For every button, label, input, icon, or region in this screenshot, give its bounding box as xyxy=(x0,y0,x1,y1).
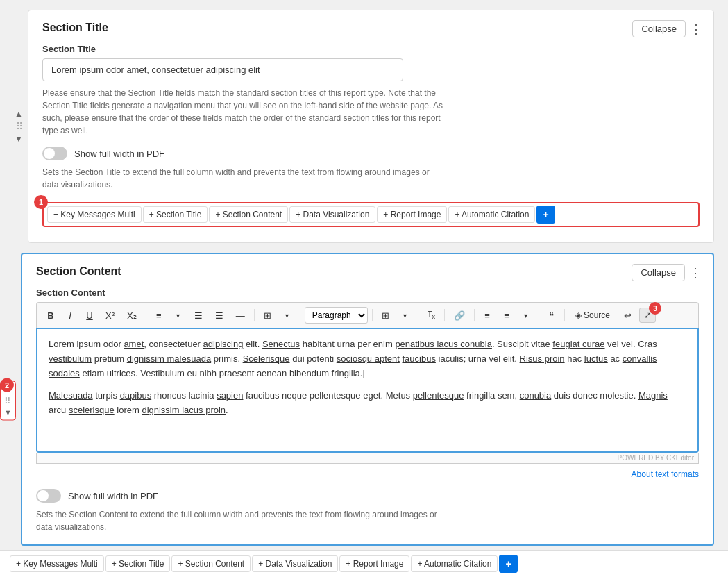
bottom-add-automatic-citation-btn[interactable]: + Automatic Citation xyxy=(411,555,498,572)
toolbar-format-down-btn[interactable]: ▾ xyxy=(397,309,414,322)
toolbar-sep-7 xyxy=(474,309,475,321)
section-title-heading: Section Title xyxy=(42,22,700,34)
toolbar-align-down-btn[interactable]: ▾ xyxy=(170,309,187,322)
content-paragraph-1: Lorem ipsum odor amet, consectetuer adip… xyxy=(49,337,686,381)
toolbar-link-btn[interactable]: 🔗 xyxy=(449,308,470,324)
drag-handle-icon[interactable]: ⠿ xyxy=(16,121,22,132)
ck-editor-badge: POWERED BY CKEditor xyxy=(36,453,699,464)
toolbar-bullets-btn[interactable]: ≡ xyxy=(479,308,496,324)
toolbar-sep-9 xyxy=(564,309,565,321)
toggle-hint-2: Sets the Section Content to extend the f… xyxy=(36,508,439,533)
source-label: Source xyxy=(584,310,610,320)
toolbar-italic-btn[interactable]: I xyxy=(62,308,78,324)
source-icon: ◈ xyxy=(575,310,582,320)
show-full-width-label-2: Show full width in PDF xyxy=(68,491,158,501)
about-text-formats-link[interactable]: About text formats xyxy=(36,469,699,479)
toolbar-num-list-btn[interactable]: ≡ xyxy=(498,308,515,324)
add-plus-btn[interactable]: + xyxy=(536,206,555,224)
add-report-image-btn[interactable]: + Report Image xyxy=(377,206,447,223)
show-full-width-toggle-2[interactable] xyxy=(36,489,61,503)
badge-2: 2 xyxy=(0,378,14,392)
toolbar-quote-btn[interactable]: ❝ xyxy=(543,308,560,324)
section-title-input[interactable] xyxy=(42,58,403,81)
toolbar-underline-btn[interactable]: U xyxy=(81,308,98,324)
expand-btn-container: ⤢ 3 xyxy=(639,308,656,323)
add-section-title-btn[interactable]: + Section Title xyxy=(143,206,208,223)
toolbar-sep-1 xyxy=(146,309,146,321)
add-section-content-btn[interactable]: + Section Content xyxy=(209,206,288,223)
section-content-collapse-button[interactable]: Collapse xyxy=(632,264,685,281)
toolbar-dash-btn[interactable]: — xyxy=(231,308,250,324)
bottom-add-key-messages-multi-btn[interactable]: + Key Messages Multi xyxy=(10,555,104,572)
bottom-add-plus-btn[interactable]: + xyxy=(499,555,517,573)
bottom-add-section-content-btn[interactable]: + Section Content xyxy=(171,555,251,572)
sc-move-down-icon[interactable]: ▼ xyxy=(2,408,14,417)
toolbar-sep-8 xyxy=(539,309,539,321)
editor-content-area[interactable]: Lorem ipsum odor amet, consectetuer adip… xyxy=(36,328,699,453)
ck-powered-label: POWERED BY CKEditor xyxy=(618,454,694,462)
toolbar-sep-4 xyxy=(372,309,373,321)
toolbar-table-down-btn[interactable]: ▾ xyxy=(279,309,296,322)
content-paragraph-2: Malesuada turpis dapibus rhoncus lacinia… xyxy=(49,389,686,418)
bottom-add-data-visualization-btn[interactable]: + Data Visualization xyxy=(252,555,338,572)
section-title-hint: Please ensure that the Section Title fie… xyxy=(42,87,445,137)
toolbar-superscript-btn[interactable]: X² xyxy=(101,308,119,324)
toolbar-sep-6 xyxy=(444,309,445,321)
toolbar-subscript-btn[interactable]: X₂ xyxy=(122,308,142,324)
toolbar-list2-btn[interactable]: ☰ xyxy=(210,308,228,324)
badge-1: 1 xyxy=(34,195,48,209)
collapse-button[interactable]: Collapse xyxy=(632,20,686,37)
section-content-field-label: Section Content xyxy=(36,287,699,298)
add-buttons-container: 1 + Key Messages Multi + Section Title +… xyxy=(42,202,700,227)
badge-3: 3 xyxy=(649,302,661,315)
add-key-messages-multi-btn[interactable]: + Key Messages Multi xyxy=(47,206,142,223)
badge-2-container: 2 ▲ ⠿ ▼ xyxy=(0,378,16,421)
toolbar-sep-3 xyxy=(300,309,300,321)
show-full-width-toggle-row-2: Show full width in PDF xyxy=(36,489,699,503)
move-up-icon[interactable]: ▲ xyxy=(13,108,24,119)
show-full-width-toggle[interactable] xyxy=(42,147,67,160)
section-content-heading: Section Content xyxy=(36,265,699,278)
bottom-add-buttons-bar: + Key Messages Multi + Section Title + S… xyxy=(0,550,728,577)
toolbar-num-list-down-btn[interactable]: ▾ xyxy=(518,309,534,322)
section-content-more-button[interactable]: ⋮ xyxy=(685,264,706,282)
show-full-width-label: Show full width in PDF xyxy=(74,149,164,159)
toolbar-align-btn[interactable]: ≡ xyxy=(151,308,167,324)
toolbar-paragraph-select[interactable]: Paragraph Heading 1 Heading 2 xyxy=(305,307,368,324)
bottom-add-section-title-btn[interactable]: + Section Title xyxy=(105,555,171,572)
page-wrapper: ▲ ⠿ ▼ Section Title Collapse ⋮ Section T… xyxy=(0,0,728,577)
toolbar-clear-format-btn[interactable]: Tx xyxy=(423,307,440,323)
toolbar-source-btn[interactable]: ◈ Source xyxy=(569,308,616,323)
add-automatic-citation-btn[interactable]: + Automatic Citation xyxy=(448,206,535,223)
bottom-add-report-image-btn[interactable]: + Report Image xyxy=(339,555,409,572)
toolbar-sep-5 xyxy=(418,309,418,321)
sc-drag-handle-icon[interactable]: ⠿ xyxy=(4,396,11,406)
more-options-button[interactable]: ⋮ xyxy=(686,20,706,38)
add-buttons-bar: + Key Messages Multi + Section Title + S… xyxy=(42,202,700,227)
toolbar-sep-2 xyxy=(254,309,255,321)
section-title-block: ▲ ⠿ ▼ Section Title Collapse ⋮ Section T… xyxy=(28,10,714,243)
move-down-icon[interactable]: ▼ xyxy=(13,133,24,144)
toolbar-table-btn[interactable]: ⊞ xyxy=(259,308,276,324)
toolbar-undo-btn[interactable]: ↩ xyxy=(619,308,636,324)
section-content-block: 2 ▲ ⠿ ▼ Section Content Collapse ⋮ Secti… xyxy=(21,253,714,546)
toolbar-format-btn[interactable]: ⊞ xyxy=(377,308,394,324)
toggle-hint-1: Sets the Section Title to extend the ful… xyxy=(42,166,445,191)
section-title-field-label: Section Title xyxy=(42,44,700,54)
add-data-visualization-btn[interactable]: + Data Visualization xyxy=(289,206,375,223)
toolbar-bold-btn[interactable]: B xyxy=(42,308,59,324)
show-full-width-toggle-row: Show full width in PDF xyxy=(42,147,700,160)
editor-wrapper: B I U X² X₂ ≡ ▾ ☰ ☰ — ⊞ ▾ Paragraph Head… xyxy=(36,302,699,464)
editor-toolbar: B I U X² X₂ ≡ ▾ ☰ ☰ — ⊞ ▾ Paragraph Head… xyxy=(36,302,699,328)
toolbar-list-btn[interactable]: ☰ xyxy=(189,308,208,324)
